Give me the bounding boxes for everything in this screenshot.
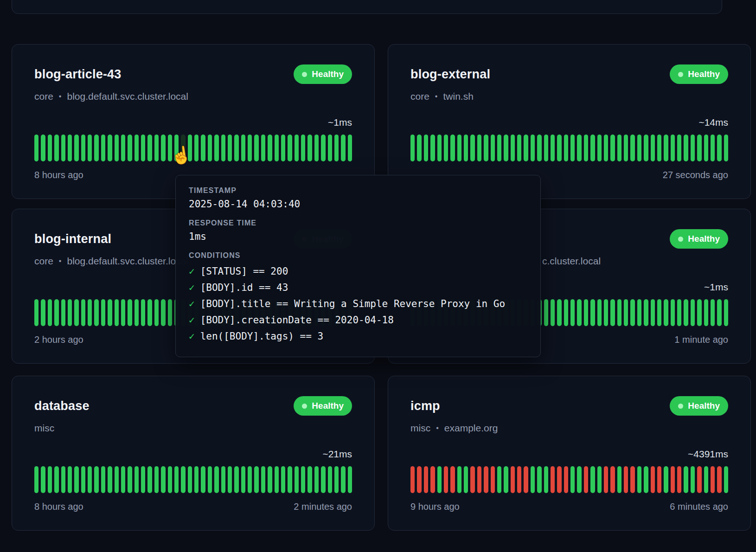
status-bar-success[interactable] xyxy=(348,135,352,161)
status-bar-success[interactable] xyxy=(604,135,608,161)
status-bar-success[interactable] xyxy=(497,466,501,493)
status-bar-success[interactable] xyxy=(101,135,105,161)
status-bar-success[interactable] xyxy=(135,466,139,493)
status-bar-success[interactable] xyxy=(141,299,145,326)
status-bar-success[interactable] xyxy=(624,299,628,326)
status-bar-success[interactable] xyxy=(544,299,548,326)
status-bar-success[interactable] xyxy=(517,135,521,161)
status-bar-success[interactable] xyxy=(491,135,495,161)
status-bar-success[interactable] xyxy=(570,299,575,326)
status-bar-success[interactable] xyxy=(470,135,474,161)
status-bar-success[interactable] xyxy=(430,135,435,161)
status-bar-success[interactable] xyxy=(34,466,38,493)
status-bar-success[interactable] xyxy=(61,466,65,493)
status-bar-success[interactable] xyxy=(617,466,621,493)
status-bar-success[interactable] xyxy=(54,299,58,326)
status-bar-success[interactable] xyxy=(664,135,668,161)
status-bar-success[interactable] xyxy=(511,135,515,161)
status-bar-success[interactable] xyxy=(221,466,225,493)
status-bar-success[interactable] xyxy=(168,299,172,326)
status-bar-success[interactable] xyxy=(684,466,688,493)
status-bar-success[interactable] xyxy=(248,135,252,161)
status-bar-success[interactable] xyxy=(34,135,38,161)
status-bar-success[interactable] xyxy=(424,135,428,161)
status-bar-success[interactable] xyxy=(181,466,185,493)
status-bar-success[interactable] xyxy=(437,135,442,161)
status-bar-success[interactable] xyxy=(234,466,238,493)
status-bar-failure[interactable] xyxy=(671,466,675,493)
status-bar-success[interactable] xyxy=(68,135,72,161)
status-bar-success[interactable] xyxy=(348,466,352,493)
status-bar-success[interactable] xyxy=(457,466,461,493)
status-bar-success[interactable] xyxy=(135,135,139,161)
status-bar-success[interactable] xyxy=(115,466,119,493)
status-bar-success[interactable] xyxy=(188,466,192,493)
status-bar-failure[interactable] xyxy=(470,466,474,493)
status-bar-success[interactable] xyxy=(711,135,715,161)
status-bar-success[interactable] xyxy=(74,135,78,161)
status-bar-success[interactable] xyxy=(268,466,272,493)
status-bar-success[interactable] xyxy=(691,466,695,493)
status-bar-success[interactable] xyxy=(128,135,132,161)
status-bar-failure[interactable] xyxy=(624,466,628,493)
status-bar-success[interactable] xyxy=(261,135,265,161)
status-bar-success[interactable] xyxy=(208,466,212,493)
status-bar-success[interactable] xyxy=(328,466,332,493)
status-bar-success[interactable] xyxy=(275,135,279,161)
status-bar-success[interactable] xyxy=(604,299,608,326)
status-bar-failure[interactable] xyxy=(450,466,455,493)
status-bar-success[interactable] xyxy=(201,466,205,493)
status-bar-success[interactable] xyxy=(557,135,561,161)
status-bar-success[interactable] xyxy=(417,135,421,161)
status-bar-success[interactable] xyxy=(141,135,145,161)
status-bar-success[interactable] xyxy=(254,135,258,161)
status-bar-success[interactable] xyxy=(154,299,159,326)
status-bar-success[interactable] xyxy=(610,299,615,326)
status-bar-success[interactable] xyxy=(664,466,668,493)
status-bar-success[interactable] xyxy=(624,135,628,161)
status-bar-success[interactable] xyxy=(504,466,508,493)
status-bar-success[interactable] xyxy=(341,466,345,493)
status-bar-success[interactable] xyxy=(557,299,561,326)
status-bar-success[interactable] xyxy=(691,135,695,161)
status-bar-success[interactable] xyxy=(484,135,488,161)
status-bar-success[interactable] xyxy=(457,135,461,161)
status-bar-success[interactable] xyxy=(214,135,218,161)
status-bar-success[interactable] xyxy=(161,299,165,326)
status-bar-success[interactable] xyxy=(161,135,165,161)
status-bar-failure[interactable] xyxy=(511,466,515,493)
status-bar-success[interactable] xyxy=(617,299,621,326)
status-bar-success[interactable] xyxy=(41,135,45,161)
status-bar-failure[interactable] xyxy=(551,466,555,493)
status-bar-success[interactable] xyxy=(697,299,701,326)
status-bar-success[interactable] xyxy=(544,466,548,493)
status-bar-success[interactable] xyxy=(108,299,112,326)
status-bar-success[interactable] xyxy=(174,466,179,493)
status-bar-success[interactable] xyxy=(94,299,98,326)
status-bar-success[interactable] xyxy=(671,135,675,161)
status-bar-success[interactable] xyxy=(68,466,72,493)
status-bar-success[interactable] xyxy=(128,466,132,493)
status-bar-success[interactable] xyxy=(717,135,721,161)
status-bar-success[interactable] xyxy=(651,299,655,326)
status-bar-success[interactable] xyxy=(497,135,501,161)
status-bar-success[interactable] xyxy=(570,466,575,493)
status-bar-failure[interactable] xyxy=(697,466,701,493)
status-bar-success[interactable] xyxy=(610,135,615,161)
status-bar-success[interactable] xyxy=(301,466,305,493)
status-bar-success[interactable] xyxy=(657,299,661,326)
status-bar-success[interactable] xyxy=(597,466,602,493)
status-bar-success[interactable] xyxy=(201,135,205,161)
status-bar-success[interactable] xyxy=(81,135,85,161)
status-bar-success[interactable] xyxy=(121,135,125,161)
status-bar-success[interactable] xyxy=(314,135,319,161)
status-bar-failure[interactable] xyxy=(651,466,655,493)
status-bar-success[interactable] xyxy=(81,466,85,493)
status-bar-success[interactable] xyxy=(477,135,481,161)
status-bar-success[interactable] xyxy=(704,135,708,161)
status-bar-success[interactable] xyxy=(121,466,125,493)
endpoint-card-database[interactable]: database Healthy misc ~21ms 8 hours ago … xyxy=(12,376,375,531)
status-bar-success[interactable] xyxy=(234,135,238,161)
status-bar-success[interactable] xyxy=(630,299,634,326)
status-bar-success[interactable] xyxy=(241,466,245,493)
